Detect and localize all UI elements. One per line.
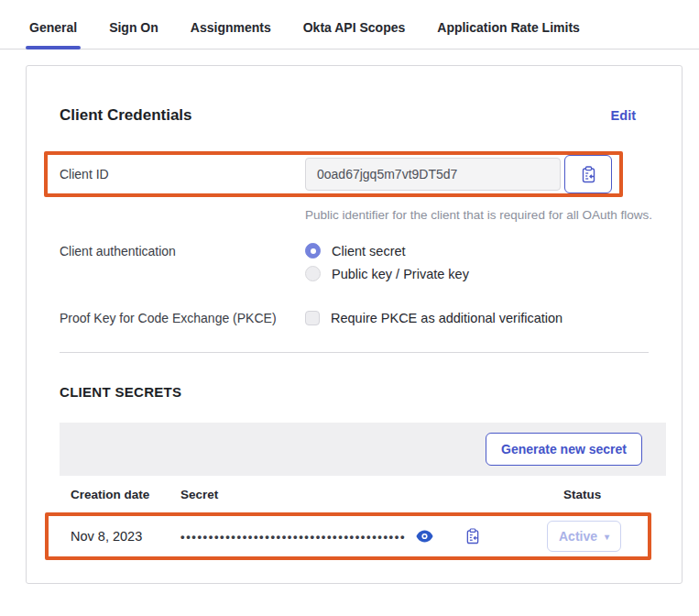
secret-creation-date: Nov 8, 2023: [71, 529, 180, 544]
radio-public-key-label: Public key / Private key: [332, 267, 469, 281]
panel-title: Client Credentials: [60, 106, 192, 125]
pkce-label: Proof Key for Code Exchange (PKCE): [60, 310, 305, 325]
client-authentication-options: Client secret Public key / Private key: [305, 243, 469, 281]
generate-new-secret-button[interactable]: Generate new secret: [486, 433, 642, 466]
eye-icon: [416, 530, 433, 543]
copy-secret-button[interactable]: [464, 526, 482, 546]
client-authentication-label: Client authentication: [60, 243, 305, 281]
client-authentication-row: Client authentication Client secret Publ…: [60, 243, 649, 281]
tab-bar: General Sign On Assignments Okta API Sco…: [0, 0, 699, 50]
secrets-table-toolbar: Generate new secret: [60, 423, 666, 476]
client-credentials-panel: Client Credentials Edit Client ID Public…: [26, 65, 683, 584]
client-id-help: Public identifier for the client that is…: [305, 204, 662, 227]
client-id-input[interactable]: [305, 158, 561, 191]
panel-header: Client Credentials Edit: [60, 106, 649, 125]
pkce-checkbox[interactable]: [305, 311, 320, 325]
caret-down-icon: ▾: [605, 532, 609, 542]
radio-public-private-key[interactable]: [305, 266, 321, 281]
client-id-row-highlight: Client ID: [44, 151, 623, 197]
tab-okta-api-scopes[interactable]: Okta API Scopes: [301, 13, 408, 49]
secret-masked-value: ••••••••••••••••••••••••••••••••••••••••: [180, 530, 406, 544]
header-status: Status: [563, 488, 666, 501]
pkce-checkbox-label: Require PKCE as additional verification: [331, 311, 562, 325]
client-secrets-title: CLIENT SECRETS: [60, 384, 649, 400]
status-cell: Active ▾: [547, 521, 635, 552]
option-public-key: Public key / Private key: [305, 266, 469, 281]
client-secrets-table: Generate new secret Creation date Secret…: [60, 423, 666, 560]
header-creation-date: Creation date: [71, 488, 180, 501]
tab-assignments[interactable]: Assignments: [189, 13, 273, 49]
header-secret: Secret: [180, 488, 563, 501]
secrets-table-header: Creation date Secret Status: [60, 476, 666, 512]
pkce-option: Require PKCE as additional verification: [305, 310, 562, 325]
tab-sign-on[interactable]: Sign On: [107, 13, 160, 49]
secret-cell: ••••••••••••••••••••••••••••••••••••••••: [180, 526, 547, 546]
radio-client-secret[interactable]: [305, 243, 321, 258]
radio-client-secret-label: Client secret: [332, 244, 406, 258]
status-label: Active: [559, 529, 597, 544]
client-id-label: Client ID: [60, 167, 305, 182]
tab-application-rate-limits[interactable]: Application Rate Limits: [435, 13, 582, 49]
clipboard-icon: [465, 528, 480, 544]
secret-status-dropdown[interactable]: Active ▾: [547, 521, 621, 552]
section-divider: [60, 352, 649, 353]
copy-client-id-button[interactable]: [564, 155, 612, 193]
reveal-secret-button[interactable]: [414, 528, 435, 544]
clipboard-icon: [581, 166, 596, 183]
edit-link[interactable]: Edit: [611, 108, 636, 123]
secret-row-highlight: Nov 8, 2023 ••••••••••••••••••••••••••••…: [45, 512, 651, 560]
pkce-row: Proof Key for Code Exchange (PKCE) Requi…: [60, 310, 649, 325]
option-client-secret: Client secret: [305, 243, 469, 258]
tab-general[interactable]: General: [27, 13, 79, 49]
